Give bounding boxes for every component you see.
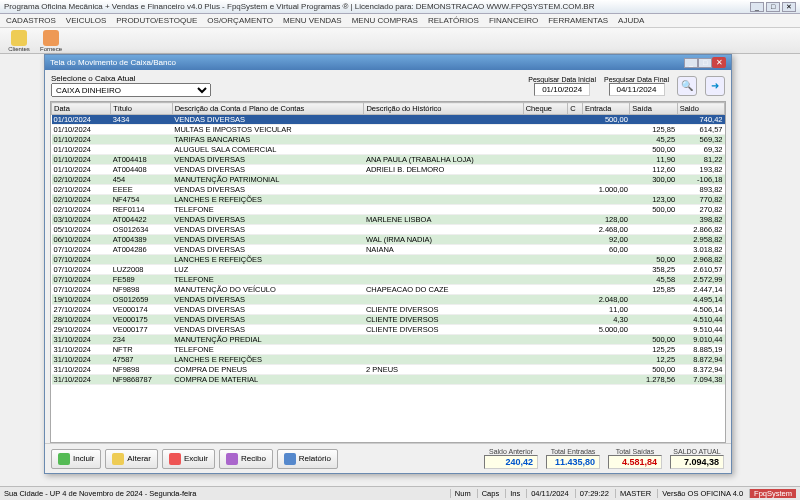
tool-fornece[interactable]: Fornece [36, 30, 66, 52]
delete-icon [169, 453, 181, 465]
grid-header[interactable]: Descrição da Conta d Plano de Contas [172, 103, 364, 115]
dialog-maximize[interactable]: □ [698, 58, 712, 68]
alterar-button[interactable]: Alterar [105, 449, 158, 469]
menu-compras[interactable]: MENU COMPRAS [352, 16, 418, 25]
grid-header[interactable]: Data [52, 103, 111, 115]
status-caps: Caps [477, 489, 500, 498]
total-saidas-value: 4.581,84 [608, 455, 662, 469]
app-title: Programa Oficina Mecânica + Vendas e Fin… [4, 2, 750, 11]
table-row[interactable]: 02/10/2024NF4754LANCHES E REFEIÇÕES123,0… [52, 195, 725, 205]
workspace: Tela do Movimento de Caixa/Banco _ □ ✕ S… [0, 54, 800, 486]
status-time: 07:29:22 [575, 489, 609, 498]
table-row[interactable]: 01/10/2024ALUGUEL SALA COMERCIAL500,0069… [52, 145, 725, 155]
table-row[interactable]: 07/10/2024NF9898MANUTENÇÃO DO VEÍCULOCHA… [52, 285, 725, 295]
total-saidas-label: Total Saídas [616, 448, 655, 455]
table-row[interactable]: 19/10/2024OS012659VENDAS DIVERSAS2.048,0… [52, 295, 725, 305]
arrow-right-icon: ➜ [711, 80, 719, 91]
recibo-button[interactable]: Recibo [219, 449, 273, 469]
grid-header[interactable]: Descrição do Histórico [364, 103, 523, 115]
statusbar: Sua Cidade - UP 4 de Novembro de 2024 - … [0, 486, 800, 500]
people-icon [11, 30, 27, 46]
menu-os-orcamento[interactable]: OS/ORÇAMENTO [207, 16, 273, 25]
total-entradas-label: Total Entradas [551, 448, 596, 455]
menu-produto-estoque[interactable]: PRODUTO/ESTOQUE [116, 16, 197, 25]
tool-clientes[interactable]: Clientes [4, 30, 34, 52]
table-row[interactable]: 01/10/2024AT004418VENDAS DIVERSASANA PAU… [52, 155, 725, 165]
date-final-label: Pesquisar Data Final [604, 76, 669, 83]
main-menubar: CADASTROS VEICULOS PRODUTO/ESTOQUE OS/OR… [0, 14, 800, 28]
dialog-title: Tela do Movimento de Caixa/Banco [50, 58, 684, 67]
table-row[interactable]: 31/10/2024NF9868787COMPRA DE MATERIAL1.2… [52, 375, 725, 385]
table-row[interactable]: 01/10/2024TARIFAS BANCARIAS45,25569,32 [52, 135, 725, 145]
incluir-button[interactable]: Incluir [51, 449, 101, 469]
table-row[interactable]: 05/10/2024OS012634VENDAS DIVERSAS2.468,0… [52, 225, 725, 235]
table-row[interactable]: 07/10/2024AT004286VENDAS DIVERSASNAIANA6… [52, 245, 725, 255]
date-initial-input[interactable] [534, 83, 590, 96]
search-icon: 🔍 [681, 80, 693, 91]
status-date: 04/11/2024 [526, 489, 569, 498]
table-row[interactable]: 01/10/2024MULTAS E IMPOSTOS VEICULAR125,… [52, 125, 725, 135]
grid-header[interactable]: Entrada [583, 103, 630, 115]
grid-header[interactable]: C [568, 103, 583, 115]
grid-header[interactable]: Cheque [523, 103, 568, 115]
saldo-anterior-label: Saldo Anterior [489, 448, 533, 455]
table-row[interactable]: 31/10/2024NF9898COMPRA DE PNEUS2 PNEUS50… [52, 365, 725, 375]
app-titlebar: Programa Oficina Mecânica + Vendas e Fin… [0, 0, 800, 14]
status-user: MASTER [615, 489, 651, 498]
report-icon [284, 453, 296, 465]
table-row[interactable]: 27/10/2024VE000174VENDAS DIVERSASCLIENTE… [52, 305, 725, 315]
table-row[interactable]: 06/10/2024AT004389VENDAS DIVERSASWAL (IR… [52, 235, 725, 245]
dialog-footer: Incluir Alterar Excluir Recibo Relatório… [45, 443, 731, 473]
table-row[interactable]: 31/10/2024234MANUTENÇÃO PREDIAL500,009.0… [52, 335, 725, 345]
table-row[interactable]: 31/10/2024NFTRTELEFONE125,258.885,19 [52, 345, 725, 355]
minimize-button[interactable]: _ [750, 2, 764, 12]
table-row[interactable]: 01/10/20243434VENDAS DIVERSAS500,00740,4… [52, 115, 725, 125]
table-row[interactable]: 02/10/2024REF0114TELEFONE500,00270,82 [52, 205, 725, 215]
menu-vendas[interactable]: MENU VENDAS [283, 16, 342, 25]
menu-financeiro[interactable]: FINANCEIRO [489, 16, 538, 25]
menu-veiculos[interactable]: VEICULOS [66, 16, 106, 25]
excluir-button[interactable]: Excluir [162, 449, 215, 469]
dialog-minimize[interactable]: _ [684, 58, 698, 68]
main-toolbar: Clientes Fornece [0, 28, 800, 54]
table-row[interactable]: 28/10/2024VE000175VENDAS DIVERSASCLIENTE… [52, 315, 725, 325]
maximize-button[interactable]: □ [766, 2, 780, 12]
table-row[interactable]: 01/10/2024AT004408VENDAS DIVERSASADRIELI… [52, 165, 725, 175]
close-button[interactable]: ✕ [782, 2, 796, 12]
caixa-dialog: Tela do Movimento de Caixa/Banco _ □ ✕ S… [44, 54, 732, 474]
menu-relatorios[interactable]: RELATÓRIOS [428, 16, 479, 25]
refresh-button[interactable]: ➜ [705, 76, 725, 96]
totals-panel: Saldo Anterior240,42 Total Entradas11.43… [483, 448, 725, 469]
grid-header[interactable]: Título [111, 103, 173, 115]
grid-header[interactable]: Saldo [677, 103, 724, 115]
table-row[interactable]: 31/10/202447587LANCHES E REFEIÇÕES12,258… [52, 355, 725, 365]
pencil-icon [112, 453, 124, 465]
table-row[interactable]: 29/10/2024VE000177VENDAS DIVERSASCLIENTE… [52, 325, 725, 335]
receipt-icon [226, 453, 238, 465]
search-button[interactable]: 🔍 [677, 76, 697, 96]
table-row[interactable]: 07/10/2024LANCHES E REFEIÇÕES50,002.968,… [52, 255, 725, 265]
table-row[interactable]: 07/10/2024FE589TELEFONE45,582.572,99 [52, 275, 725, 285]
menu-ferramentas[interactable]: FERRAMENTAS [548, 16, 608, 25]
table-row[interactable]: 07/10/2024LUZ2008LUZ358,252.610,57 [52, 265, 725, 275]
menu-ajuda[interactable]: AJUDA [618, 16, 644, 25]
relatorio-button[interactable]: Relatório [277, 449, 338, 469]
menu-cadastros[interactable]: CADASTROS [6, 16, 56, 25]
dialog-close-button[interactable]: ✕ [712, 57, 726, 68]
supplier-icon [43, 30, 59, 46]
status-brand: FpqSystem [749, 489, 796, 498]
date-initial-group: Pesquisar Data Inicial [528, 76, 596, 96]
status-version: Versão OS OFICINA 4.0 [657, 489, 743, 498]
window-controls: _ □ ✕ [750, 2, 796, 12]
status-num: Num [450, 489, 471, 498]
total-entradas-value: 11.435,80 [546, 455, 600, 469]
caixa-select[interactable]: CAIXA DINHEIRO [51, 83, 211, 97]
table-row[interactable]: 02/10/2024454MANUTENÇÃO PATRIMONIAL300,0… [52, 175, 725, 185]
table-row[interactable]: 02/10/2024EEEEVENDAS DIVERSAS1.000,00893… [52, 185, 725, 195]
date-final-input[interactable] [609, 83, 665, 96]
plus-icon [58, 453, 70, 465]
grid-header[interactable]: Saída [630, 103, 677, 115]
saldo-anterior-value: 240,42 [484, 455, 538, 469]
table-row[interactable]: 03/10/2024AT004422VENDAS DIVERSASMARLENE… [52, 215, 725, 225]
movimento-grid[interactable]: DataTítuloDescrição da Conta d Plano de … [50, 101, 726, 443]
